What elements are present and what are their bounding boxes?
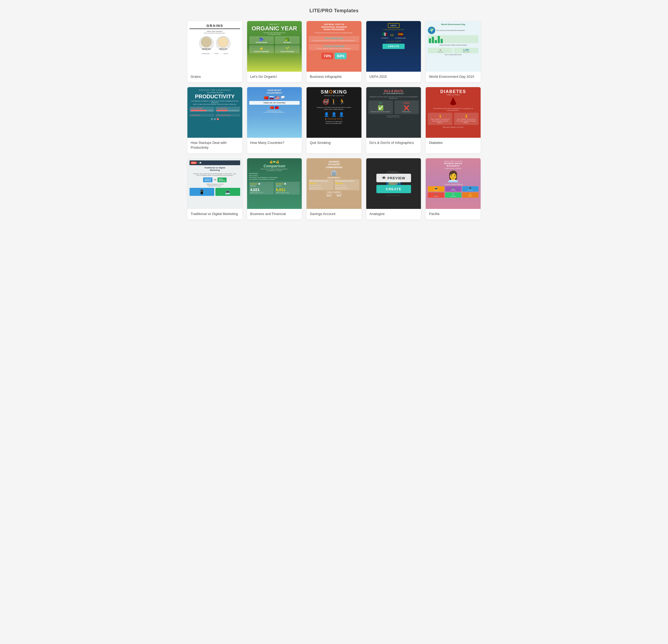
card-thumb-smoking: SMOKING PROUD TO BE A QUITTER 🚭 🚶 🏃 Smok… — [306, 87, 362, 138]
card-thumb-savings: SAVINGSACCOUNTCOMPARISON 🏛️ REQUIREMENTS… — [306, 158, 362, 209]
card-label-analogize: Analogize — [366, 209, 421, 219]
card-savings[interactable]: SAVINGSACCOUNTCOMPARISON 🏛️ REQUIREMENTS… — [306, 158, 362, 219]
preview-btn-pacifia[interactable]: 👁 PREVIEW — [436, 174, 470, 182]
create-btn-world-env[interactable]: CREATE — [436, 48, 470, 56]
card-smoking[interactable]: SMOKING PROUD TO BE A QUITTER 🚭 🚶 🏃 Smok… — [306, 87, 362, 153]
create-btn-marketing[interactable]: CREATE — [198, 185, 232, 193]
preview-btn-savings[interactable]: 👁 PREVIEW — [317, 174, 351, 182]
preview-btn-marketing[interactable]: 👁 PREVIEW — [198, 174, 232, 182]
eye-icon-financial: 👁 — [262, 176, 267, 180]
card-thumb-productivity: MANAGING TIME & RESOURCES How startups d… — [187, 87, 242, 138]
card-pacifia[interactable]: Statistics of Women in Business WOMEN ME… — [426, 158, 481, 219]
card-label-dos-donts: Do's & Don'ts of Infographics — [366, 138, 421, 149]
create-btn-business[interactable]: CREATE — [317, 48, 351, 56]
card-thumb-analogize: FORMALEDUCATION 🌍 world map visualizatio… — [366, 158, 421, 209]
card-thumb-world-env: World Environment Day 🌍 How much do you … — [426, 21, 481, 72]
card-thumb-marketing: NEWS 📷 📊 Traditional vs DigitalMarketing… — [187, 158, 242, 209]
card-thumb-diabetes: DIABETES TYPE 1 vs TYPE 2 The food that … — [426, 87, 481, 138]
create-btn-financial[interactable]: CREATE — [257, 185, 292, 193]
card-dos-donts[interactable]: Do's & Don'ts of INFOGRAPHICS Infographi… — [366, 87, 421, 153]
preview-btn-organic[interactable]: 👁 PREVIEW — [257, 37, 292, 45]
card-thumb-pacifia: Statistics of Women in Business WOMEN ME… — [426, 158, 481, 209]
create-btn-analogize[interactable]: CREATE — [376, 185, 411, 193]
eye-icon-analogize: 👁 — [382, 176, 386, 180]
card-diabetes[interactable]: DIABETES TYPE 1 vs TYPE 2 The food that … — [426, 87, 481, 153]
eye-icon-grains: 👁 — [203, 39, 207, 43]
page-title: LITE/PRO Templates — [5, 8, 663, 14]
card-uefa[interactable]: UEFA Champions League Finals 2015 🇮🇹 JUV… — [366, 21, 421, 82]
card-label-uefa: UEFA 2015 — [366, 72, 421, 82]
eye-icon-organic: 👁 — [262, 39, 267, 43]
preview-btn-business[interactable]: 👁 PREVIEW — [317, 37, 351, 45]
eye-icon-diabetes: 👁 — [441, 105, 445, 109]
card-thumb-business: THE REAL COST OFTRADITIONAL BUSINESSFILI… — [306, 21, 362, 72]
card-label-countries: How Many Countries? — [247, 138, 302, 149]
preview-btn-dos-donts[interactable]: 👁 PREVIEW — [376, 103, 411, 111]
create-btn-productivity[interactable]: CREATE — [198, 114, 232, 122]
eye-icon-pacifia: 👁 — [441, 176, 445, 180]
card-analogize[interactable]: FORMALEDUCATION 🌍 world map visualizatio… — [366, 158, 421, 219]
preview-btn-countries[interactable]: 👁 PREVIEW — [257, 103, 292, 111]
create-btn-diabetes[interactable]: CREATE — [436, 114, 470, 122]
card-thumb-dos-donts: Do's & Don'ts of INFOGRAPHICS Infographi… — [366, 87, 421, 138]
card-countries[interactable]: HOW MANYCOUNTRIES? 🇨🇳 🇷🇺 🇺🇸 🏳️ THERE ARE… — [247, 87, 302, 153]
card-thumb-organic: Make 2015 🌱 ORGANIC YEAR The New Year's … — [247, 21, 302, 72]
overlay-analogize: 👁 PREVIEW CREATE — [366, 158, 421, 209]
card-label-pacifia: Pacifia — [426, 209, 481, 219]
eye-icon-productivity: 👁 — [203, 105, 207, 109]
card-thumb-financial: 💰💵💰 Comparison Q1 & Q2 of industry betwe… — [247, 158, 302, 209]
eye-icon-smoking: 👁 — [322, 105, 326, 109]
card-thumb-countries: HOW MANYCOUNTRIES? 🇨🇳 🇷🇺 🇺🇸 🏳️ THERE ARE… — [247, 87, 302, 138]
card-productivity[interactable]: MANAGING TIME & RESOURCES How startups d… — [187, 87, 242, 153]
eye-icon-savings: 👁 — [322, 176, 326, 180]
preview-btn-diabetes[interactable]: 👁 PREVIEW — [436, 103, 470, 111]
card-organic[interactable]: Make 2015 🌱 ORGANIC YEAR The New Year's … — [247, 21, 302, 82]
card-marketing[interactable]: NEWS 📷 📊 Traditional vs DigitalMarketing… — [187, 158, 242, 219]
card-business[interactable]: THE REAL COST OFTRADITIONAL BUSINESSFILI… — [306, 21, 362, 82]
preview-btn-world-env[interactable]: 👁 PREVIEW — [436, 37, 470, 45]
card-label-savings: Savings Account — [306, 209, 362, 219]
create-btn-smoking[interactable]: CREATE — [317, 114, 351, 122]
card-label-financial: Business and Financial — [247, 209, 302, 219]
preview-btn-analogize[interactable]: 👁 PREVIEW — [376, 174, 411, 182]
preview-btn-smoking[interactable]: 👁 PREVIEW — [317, 103, 351, 111]
eye-icon-dos-donts: 👁 — [382, 105, 386, 109]
card-grains[interactable]: GRAINS WHAT ARE GRAINS?Grains are seeds … — [187, 21, 242, 82]
preview-btn-grains[interactable]: 👁 PREVIEW — [198, 37, 232, 45]
create-btn-uefa-visible[interactable]: CREATE — [382, 44, 404, 49]
eye-icon-world-env: 👁 — [441, 39, 445, 43]
create-btn-organic[interactable]: CREATE — [257, 48, 292, 56]
card-thumb-uefa: UEFA Champions League Finals 2015 🇮🇹 JUV… — [366, 21, 421, 72]
eye-icon-marketing: 👁 — [203, 176, 207, 180]
eye-icon-countries: 👁 — [262, 105, 267, 109]
create-btn-grains[interactable]: CREATE — [198, 48, 232, 56]
card-label-organic: Let's Go Organic! — [247, 72, 302, 82]
card-world-env[interactable]: World Environment Day 🌍 How much do you … — [426, 21, 481, 82]
card-label-marketing: Traditional vs Digital Marketing — [187, 209, 242, 219]
create-btn-savings[interactable]: CREATE — [317, 185, 351, 193]
create-btn-dos-donts[interactable]: CREATE — [376, 114, 411, 122]
card-label-productivity: How Startups Deal with Productivity — [187, 138, 242, 153]
card-label-smoking: Quit Smoking — [306, 138, 362, 149]
card-label-grains: Grains — [187, 72, 242, 82]
card-financial[interactable]: 💰💵💰 Comparison Q1 & Q2 of industry betwe… — [247, 158, 302, 219]
card-label-world-env: World Environment Day 2015 — [426, 72, 481, 82]
create-btn-pacifia[interactable]: CREATE — [436, 185, 470, 193]
template-grid: GRAINS WHAT ARE GRAINS?Grains are seeds … — [187, 21, 481, 219]
eye-icon-business: 👁 — [322, 39, 326, 43]
card-label-business: Business Infographic — [306, 72, 362, 82]
card-label-diabetes: Diabetes — [426, 138, 481, 149]
preview-btn-productivity[interactable]: 👁 PREVIEW — [198, 103, 232, 111]
overlay-uefa: CREATE — [366, 21, 421, 72]
create-btn-countries[interactable]: CREATE — [257, 114, 292, 122]
card-thumb-grains: GRAINS WHAT ARE GRAINS?Grains are seeds … — [187, 21, 242, 72]
preview-btn-financial[interactable]: 👁 PREVIEW — [257, 174, 292, 182]
